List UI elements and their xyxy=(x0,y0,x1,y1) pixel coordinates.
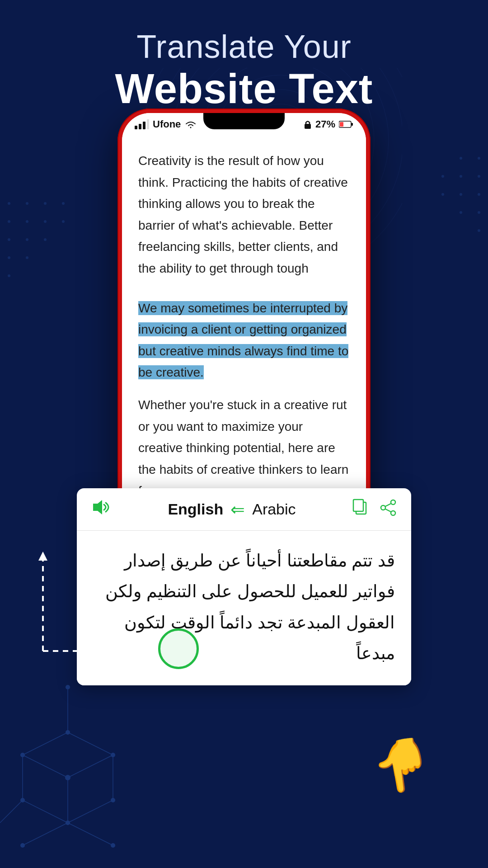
source-language: English xyxy=(168,500,223,518)
language-pair: English ⇐ Arabic xyxy=(168,500,296,519)
phone-inner: Ufone 27% xyxy=(122,113,366,544)
translation-text-area: قد تتم مقاطعتنا أحياناً عن طريق إصدار فو… xyxy=(77,531,411,685)
selection-magnifier xyxy=(158,628,199,669)
svg-line-34 xyxy=(0,800,23,823)
svg-point-40 xyxy=(111,753,115,757)
svg-line-23 xyxy=(68,823,113,845)
svg-line-71 xyxy=(385,509,391,512)
normal-paragraph: Whether you're stuck in a creative rut o… xyxy=(138,394,350,502)
svg-point-39 xyxy=(20,753,25,757)
svg-marker-74 xyxy=(38,552,47,561)
sound-icon xyxy=(91,498,111,516)
svg-point-8 xyxy=(8,202,10,205)
svg-point-15 xyxy=(62,220,65,223)
svg-point-55 xyxy=(478,229,480,232)
svg-point-46 xyxy=(460,157,462,160)
svg-line-25 xyxy=(23,755,68,778)
share-button[interactable] xyxy=(380,499,397,520)
translation-bar-wrapper: English ⇐ Arabic xyxy=(77,488,411,685)
language-arrow: ⇐ xyxy=(230,500,245,519)
svg-point-51 xyxy=(460,193,462,196)
svg-point-38 xyxy=(65,775,70,780)
svg-point-42 xyxy=(20,798,25,802)
svg-line-28 xyxy=(68,800,113,823)
svg-point-37 xyxy=(111,843,115,848)
svg-line-31 xyxy=(23,732,68,755)
sound-button[interactable] xyxy=(91,498,111,520)
svg-point-10 xyxy=(44,202,47,205)
action-icons xyxy=(352,499,397,520)
svg-point-52 xyxy=(441,193,444,196)
svg-point-67 xyxy=(391,500,395,505)
phone-outer: Ufone 27% xyxy=(117,108,371,549)
arabic-translation: قد تتم مقاطعتنا أحياناً عن طريق إصدار فو… xyxy=(93,545,395,669)
dashed-arrow xyxy=(25,552,106,665)
svg-point-21 xyxy=(8,274,10,277)
svg-line-32 xyxy=(68,732,113,755)
svg-point-48 xyxy=(460,175,462,178)
website-content-top: Creativity is the result of how you thin… xyxy=(122,134,366,288)
svg-point-50 xyxy=(478,193,480,196)
svg-line-22 xyxy=(23,823,68,845)
svg-point-43 xyxy=(66,730,70,735)
svg-point-16 xyxy=(8,238,10,241)
header-section: Translate Your Website Text xyxy=(0,0,488,126)
svg-marker-64 xyxy=(93,500,102,514)
svg-point-17 xyxy=(26,238,28,241)
svg-point-45 xyxy=(478,157,480,160)
copy-icon xyxy=(352,499,370,517)
svg-rect-56 xyxy=(135,126,137,129)
svg-point-13 xyxy=(26,220,28,223)
svg-point-69 xyxy=(391,511,395,515)
svg-point-12 xyxy=(8,220,10,223)
copy-button[interactable] xyxy=(352,499,370,520)
website-text-top: Creativity is the result of how you thin… xyxy=(138,150,350,279)
title-bold: Website Text xyxy=(0,66,488,112)
svg-point-14 xyxy=(44,220,47,223)
svg-point-44 xyxy=(66,685,70,689)
svg-rect-66 xyxy=(353,500,363,511)
highlighted-paragraph: We may sometimes be interrupted by invoi… xyxy=(138,297,350,383)
svg-point-11 xyxy=(62,202,65,205)
finger-pointer: 👆 xyxy=(368,736,437,796)
svg-point-53 xyxy=(478,211,480,214)
svg-point-68 xyxy=(381,505,385,510)
svg-point-47 xyxy=(478,175,480,178)
share-icon xyxy=(380,499,397,517)
svg-point-18 xyxy=(44,238,47,241)
svg-point-41 xyxy=(111,798,115,802)
highlighted-span: We may sometimes be interrupted by invoi… xyxy=(138,301,348,380)
svg-point-9 xyxy=(26,202,28,205)
svg-point-20 xyxy=(26,256,28,259)
svg-point-19 xyxy=(8,256,10,259)
svg-line-70 xyxy=(385,504,391,506)
target-language: Arabic xyxy=(252,500,296,518)
svg-point-54 xyxy=(460,211,462,214)
translation-header: English ⇐ Arabic xyxy=(77,488,411,531)
svg-point-49 xyxy=(441,175,444,178)
title-regular: Translate Your xyxy=(0,27,488,66)
phone-mockup: Ufone 27% xyxy=(117,108,371,549)
translation-bar: English ⇐ Arabic xyxy=(77,488,411,685)
svg-point-35 xyxy=(20,843,25,848)
svg-point-36 xyxy=(66,821,70,825)
svg-line-26 xyxy=(68,755,113,778)
svg-line-30 xyxy=(23,800,68,823)
